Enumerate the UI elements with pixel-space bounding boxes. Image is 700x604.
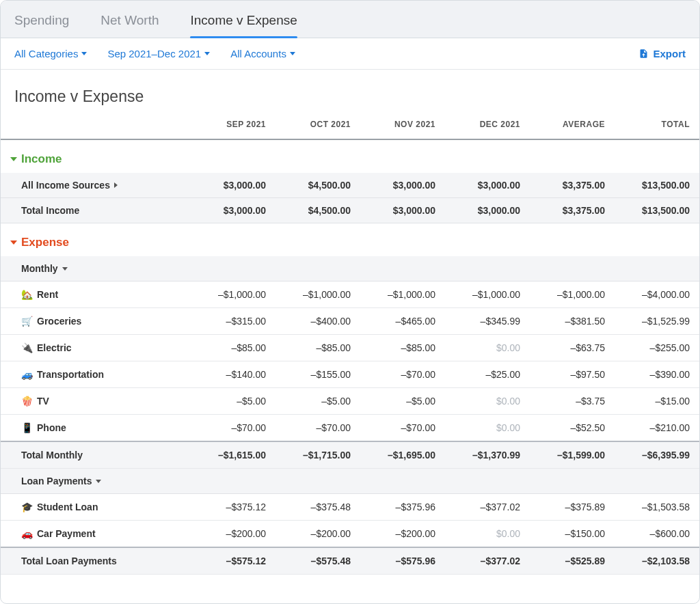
cell: $3,000.00 xyxy=(445,173,530,198)
table-row[interactable]: 🚗Car Payment–$200.00–$200.00–$200.00$0.0… xyxy=(1,521,699,548)
category-icon: 🏡 xyxy=(21,289,33,300)
cell: –$1,000.00 xyxy=(360,282,445,308)
cell: –$5.00 xyxy=(191,388,275,415)
col-header: SEP 2021 xyxy=(191,113,275,139)
col-header: DEC 2021 xyxy=(445,113,530,139)
chevron-down-icon xyxy=(204,52,210,55)
cell: –$575.48 xyxy=(275,547,360,575)
col-header: NOV 2021 xyxy=(360,113,445,139)
filter-categories[interactable]: All Categories xyxy=(14,48,87,59)
export-button[interactable]: Export xyxy=(638,48,686,59)
group-loans[interactable]: Loan Payments xyxy=(1,469,699,494)
chevron-down-icon xyxy=(96,480,101,483)
cell: –$575.12 xyxy=(191,547,275,575)
table-row[interactable]: 🔌Electric–$85.00–$85.00–$85.00$0.00–$63.… xyxy=(1,335,699,361)
cell: –$345.99 xyxy=(445,308,530,335)
cell: –$1,370.99 xyxy=(445,441,530,469)
cell: –$70.00 xyxy=(360,361,445,388)
row-label: 🛒Groceries xyxy=(1,308,191,335)
cell: $0.00 xyxy=(445,388,530,415)
category-icon: 🎓 xyxy=(21,502,33,512)
row-label: 🏡Rent xyxy=(1,282,191,308)
cell: –$63.75 xyxy=(530,335,615,361)
table-row[interactable]: 🏡Rent–$1,000.00–$1,000.00–$1,000.00–$1,0… xyxy=(1,282,699,308)
category-icon: 🚗 xyxy=(21,528,33,539)
chevron-down-icon xyxy=(10,241,17,245)
row-label: 🔌Electric xyxy=(1,335,191,361)
cell: –$1,000.00 xyxy=(530,282,615,308)
cell: $4,500.00 xyxy=(275,198,360,223)
filter-categories-label: All Categories xyxy=(14,48,78,59)
group-monthly[interactable]: Monthly xyxy=(1,256,699,282)
cell: –$200.00 xyxy=(360,521,445,548)
row-label: 🚙Transportation xyxy=(1,361,191,388)
filter-bar: All Categories Sep 2021–Dec 2021 All Acc… xyxy=(1,38,699,70)
category-icon: 🍿 xyxy=(21,396,33,407)
cell: $3,000.00 xyxy=(360,173,445,198)
cell: $3,000.00 xyxy=(191,198,275,223)
cell: $0.00 xyxy=(445,415,530,442)
total-monthly-row: Total Monthly –$1,615.00 –$1,715.00 –$1,… xyxy=(1,441,699,469)
cell: –$85.00 xyxy=(275,335,360,361)
cell: –$1,599.00 xyxy=(530,441,615,469)
cell: –$255.00 xyxy=(615,335,699,361)
income-sources-label: All Income Sources xyxy=(21,180,110,191)
cell: $13,500.00 xyxy=(615,173,699,198)
cell: –$140.00 xyxy=(191,361,275,388)
cell: –$375.96 xyxy=(360,494,445,521)
income-sources-row[interactable]: All Income Sources $3,000.00 $4,500.00 $… xyxy=(1,173,699,198)
filter-accounts[interactable]: All Accounts xyxy=(230,48,295,59)
col-header: AVERAGE xyxy=(530,113,615,139)
row-label: 🚗Car Payment xyxy=(1,521,191,548)
total-monthly-label: Total Monthly xyxy=(1,441,191,469)
cell: –$200.00 xyxy=(191,521,275,548)
cell: –$525.89 xyxy=(530,547,615,575)
cell: –$97.50 xyxy=(530,361,615,388)
filter-accounts-label: All Accounts xyxy=(230,48,286,59)
cell: –$200.00 xyxy=(275,521,360,548)
cell: –$400.00 xyxy=(275,308,360,335)
cell: –$1,000.00 xyxy=(275,282,360,308)
report-frame: Spending Net Worth Income v Expense All … xyxy=(0,0,700,604)
chevron-right-icon xyxy=(114,182,118,188)
cell: –$5.00 xyxy=(275,388,360,415)
table-row[interactable]: 🛒Groceries–$315.00–$400.00–$465.00–$345.… xyxy=(1,308,699,335)
group-monthly-label: Monthly xyxy=(21,263,58,274)
chevron-down-icon xyxy=(81,52,87,55)
cell: –$381.50 xyxy=(530,308,615,335)
table-row[interactable]: 🍿TV–$5.00–$5.00–$5.00$0.00–$3.75–$15.00 xyxy=(1,388,699,415)
cell: –$1,525.99 xyxy=(615,308,699,335)
page-title: Income v Expense xyxy=(1,70,699,113)
tab-income-v-expense[interactable]: Income v Expense xyxy=(190,8,297,38)
cell: –$2,103.58 xyxy=(615,547,699,575)
cell: $0.00 xyxy=(445,521,530,548)
cell: $3,000.00 xyxy=(191,173,275,198)
tab-net-worth[interactable]: Net Worth xyxy=(100,8,159,38)
report-tabs: Spending Net Worth Income v Expense xyxy=(1,1,699,38)
cell: –$375.12 xyxy=(191,494,275,521)
cell: –$600.00 xyxy=(615,521,699,548)
cell: –$70.00 xyxy=(275,415,360,442)
filter-date-range[interactable]: Sep 2021–Dec 2021 xyxy=(107,48,210,59)
total-loans-row: Total Loan Payments –$575.12 –$575.48 –$… xyxy=(1,547,699,575)
cell: –$155.00 xyxy=(275,361,360,388)
cell: –$377.02 xyxy=(445,547,530,575)
cell: –$25.00 xyxy=(445,361,530,388)
section-expense[interactable]: Expense xyxy=(1,223,699,257)
cell: –$1,615.00 xyxy=(191,441,275,469)
cell: –$150.00 xyxy=(530,521,615,548)
cell: –$315.00 xyxy=(191,308,275,335)
income-total-label: Total Income xyxy=(1,198,191,223)
cell: –$70.00 xyxy=(191,415,275,442)
table-row[interactable]: 🚙Transportation–$140.00–$155.00–$70.00–$… xyxy=(1,361,699,388)
category-icon: 🛒 xyxy=(21,316,33,327)
table-row[interactable]: 🎓Student Loan–$375.12–$375.48–$375.96–$3… xyxy=(1,494,699,521)
filter-date-range-label: Sep 2021–Dec 2021 xyxy=(107,48,201,59)
total-loans-label: Total Loan Payments xyxy=(1,547,191,575)
category-icon: 🚙 xyxy=(21,369,33,380)
section-income[interactable]: Income xyxy=(1,139,699,173)
table-row[interactable]: 📱Phone–$70.00–$70.00–$70.00$0.00–$52.50–… xyxy=(1,415,699,442)
cell: –$377.02 xyxy=(445,494,530,521)
tab-spending[interactable]: Spending xyxy=(14,8,69,38)
cell: –$6,395.99 xyxy=(615,441,699,469)
